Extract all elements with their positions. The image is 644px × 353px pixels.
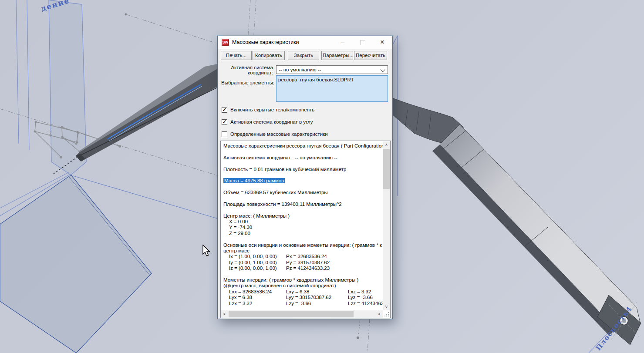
close-button[interactable]: ×	[376, 37, 389, 47]
mouse-cursor	[202, 245, 212, 258]
vertical-scrollbar[interactable]: ∧ ∨	[383, 141, 390, 310]
chevron-down-icon	[380, 67, 385, 72]
horizontal-scroll-thumb[interactable]	[229, 311, 354, 317]
minimize-button[interactable]: –	[336, 37, 349, 47]
copy-button[interactable]: Копировать	[253, 51, 285, 60]
options-button[interactable]: Параметры...	[321, 51, 353, 60]
dialog-titlebar[interactable]: SW Массовые характеристики – ×	[218, 36, 392, 49]
mass-properties-dialog: SW Массовые характеристики – × Печать...…	[217, 36, 393, 319]
checkbox-icon	[222, 131, 227, 137]
dialog-title: Массовые характеристики	[232, 39, 299, 45]
scroll-up-icon[interactable]: ∧	[383, 141, 390, 148]
leaf-spring-left[interactable]	[76, 64, 217, 161]
resize-grip[interactable]	[383, 311, 390, 317]
recalculate-button[interactable]: Пересчитать	[354, 51, 387, 60]
checkbox-icon: ✓	[222, 107, 227, 113]
horizontal-scrollbar[interactable]: < >	[221, 310, 383, 318]
solidworks-logo-icon: SW	[222, 39, 229, 46]
scroll-down-icon[interactable]: ∨	[383, 303, 390, 310]
coord-system-label: Активная система координат:	[221, 65, 273, 75]
results-panel: Массовые характеристики рессора гнутая б…	[220, 141, 391, 318]
leaf-spring-right[interactable]	[392, 98, 641, 345]
scroll-left-icon[interactable]: <	[221, 310, 228, 318]
vertical-scroll-thumb[interactable]	[383, 149, 390, 189]
close-dialog-button[interactable]: Закрыть	[288, 51, 319, 60]
checkbox-icon: ✓	[222, 119, 227, 125]
print-button[interactable]: Печать...	[221, 51, 252, 60]
scroll-right-icon[interactable]: >	[375, 310, 383, 318]
coord-system-dropdown[interactable]: -- по умолчанию --	[276, 65, 388, 74]
selected-items-label: Выбранные элементы:	[221, 80, 273, 85]
results-text[interactable]: Массовые характеристики рессора гнутая б…	[221, 141, 383, 310]
maximize-button[interactable]	[360, 40, 365, 45]
selected-items-box[interactable]: рессора гнутая боевая.SLDPRT	[276, 75, 388, 102]
